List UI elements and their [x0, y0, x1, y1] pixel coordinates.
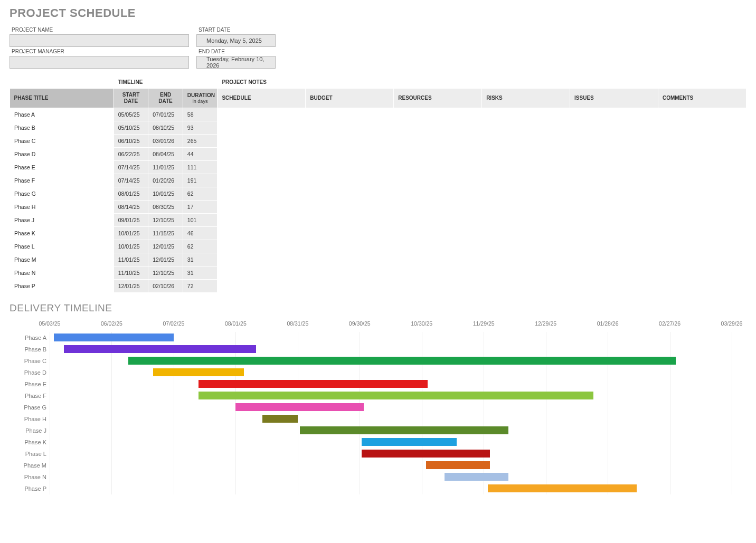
phase-note[interactable] — [658, 253, 746, 266]
phase-note[interactable] — [394, 148, 482, 161]
phase-note[interactable] — [394, 266, 482, 280]
phase-note[interactable] — [306, 148, 394, 161]
phase-note[interactable] — [394, 240, 482, 253]
phase-note[interactable] — [570, 174, 658, 187]
phase-note[interactable] — [658, 187, 746, 201]
phase-note[interactable] — [658, 121, 746, 135]
phase-duration[interactable]: 93 — [183, 121, 218, 135]
phase-note[interactable] — [658, 161, 746, 174]
phase-start[interactable]: 07/14/25 — [114, 161, 148, 174]
phase-note[interactable] — [658, 201, 746, 214]
phase-note[interactable] — [218, 161, 306, 174]
phase-note[interactable] — [482, 174, 570, 187]
phase-note[interactable] — [658, 266, 746, 280]
phase-note[interactable] — [394, 214, 482, 227]
phase-end[interactable]: 08/10/25 — [148, 121, 183, 135]
phase-name[interactable]: Phase H — [10, 201, 114, 214]
phase-duration[interactable]: 17 — [183, 201, 218, 214]
phase-note[interactable] — [394, 161, 482, 174]
phase-start[interactable]: 10/01/25 — [114, 240, 148, 253]
phase-note[interactable] — [482, 148, 570, 161]
phase-duration[interactable]: 62 — [183, 240, 218, 253]
phase-name[interactable]: Phase B — [10, 121, 114, 135]
phase-name[interactable]: Phase A — [10, 108, 114, 121]
phase-name[interactable]: Phase L — [10, 240, 114, 253]
phase-end[interactable]: 11/01/25 — [148, 161, 183, 174]
phase-name[interactable]: Phase D — [10, 148, 114, 161]
phase-start[interactable]: 08/14/25 — [114, 201, 148, 214]
phase-start[interactable]: 11/01/25 — [114, 253, 148, 266]
phase-note[interactable] — [658, 148, 746, 161]
phase-note[interactable] — [570, 187, 658, 201]
phase-end[interactable]: 12/10/25 — [148, 266, 183, 280]
phase-start[interactable]: 07/14/25 — [114, 174, 148, 187]
phase-note[interactable] — [570, 253, 658, 266]
phase-name[interactable]: Phase E — [10, 161, 114, 174]
phase-note[interactable] — [306, 135, 394, 148]
phase-duration[interactable]: 31 — [183, 253, 218, 266]
phase-note[interactable] — [570, 148, 658, 161]
phase-note[interactable] — [306, 161, 394, 174]
phase-note[interactable] — [482, 121, 570, 135]
phase-start[interactable]: 12/01/25 — [114, 280, 148, 293]
phase-duration[interactable]: 44 — [183, 148, 218, 161]
phase-note[interactable] — [394, 201, 482, 214]
phase-end[interactable]: 12/01/25 — [148, 253, 183, 266]
phase-note[interactable] — [658, 214, 746, 227]
phase-end[interactable]: 11/15/25 — [148, 227, 183, 240]
phase-note[interactable] — [658, 227, 746, 240]
phase-start[interactable]: 06/10/25 — [114, 135, 148, 148]
phase-name[interactable]: Phase M — [10, 253, 114, 266]
phase-start[interactable]: 05/05/25 — [114, 108, 148, 121]
phase-note[interactable] — [482, 108, 570, 121]
phase-end[interactable]: 03/01/26 — [148, 135, 183, 148]
phase-note[interactable] — [482, 227, 570, 240]
phase-end[interactable]: 10/01/25 — [148, 187, 183, 201]
phase-note[interactable] — [306, 253, 394, 266]
phase-note[interactable] — [482, 214, 570, 227]
project-manager-field[interactable] — [10, 56, 189, 69]
phase-note[interactable] — [394, 253, 482, 266]
phase-note[interactable] — [394, 280, 482, 293]
phase-note[interactable] — [658, 174, 746, 187]
phase-note[interactable] — [218, 266, 306, 280]
phase-note[interactable] — [306, 121, 394, 135]
phase-note[interactable] — [394, 121, 482, 135]
phase-note[interactable] — [570, 121, 658, 135]
phase-name[interactable]: Phase J — [10, 214, 114, 227]
phase-note[interactable] — [570, 266, 658, 280]
phase-duration[interactable]: 111 — [183, 161, 218, 174]
phase-end[interactable]: 12/01/25 — [148, 240, 183, 253]
phase-note[interactable] — [218, 253, 306, 266]
phase-note[interactable] — [482, 280, 570, 293]
phase-note[interactable] — [306, 227, 394, 240]
phase-note[interactable] — [570, 161, 658, 174]
phase-note[interactable] — [658, 135, 746, 148]
phase-note[interactable] — [394, 135, 482, 148]
phase-start[interactable]: 08/01/25 — [114, 187, 148, 201]
phase-name[interactable]: Phase G — [10, 187, 114, 201]
phase-note[interactable] — [306, 201, 394, 214]
phase-name[interactable]: Phase C — [10, 135, 114, 148]
phase-note[interactable] — [570, 135, 658, 148]
end-date-field[interactable]: Tuesday, February 10, 2026 — [196, 56, 276, 69]
phase-note[interactable] — [482, 187, 570, 201]
phase-note[interactable] — [218, 280, 306, 293]
phase-note[interactable] — [306, 266, 394, 280]
phase-duration[interactable]: 58 — [183, 108, 218, 121]
phase-note[interactable] — [394, 108, 482, 121]
phase-note[interactable] — [482, 253, 570, 266]
phase-note[interactable] — [570, 227, 658, 240]
phase-note[interactable] — [482, 201, 570, 214]
phase-start[interactable]: 11/10/25 — [114, 266, 148, 280]
phase-note[interactable] — [394, 187, 482, 201]
phase-name[interactable]: Phase N — [10, 266, 114, 280]
phase-note[interactable] — [570, 108, 658, 121]
phase-note[interactable] — [482, 266, 570, 280]
project-name-field[interactable] — [10, 34, 189, 47]
phase-duration[interactable]: 191 — [183, 174, 218, 187]
phase-note[interactable] — [394, 174, 482, 187]
phase-note[interactable] — [218, 121, 306, 135]
phase-note[interactable] — [658, 280, 746, 293]
phase-name[interactable]: Phase P — [10, 280, 114, 293]
